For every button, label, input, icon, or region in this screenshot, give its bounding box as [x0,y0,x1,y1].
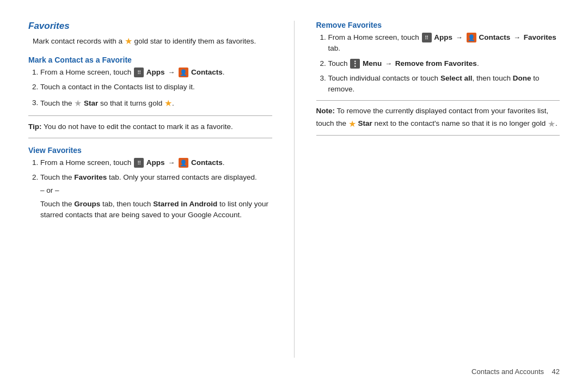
list-item: Touch Menu → Remove from Favorites. [328,58,560,69]
page-number: 42 [552,367,560,376]
apps-label: Apps [146,158,165,167]
or-text: – or – [40,185,272,196]
section2-title: View Favorites [28,146,272,155]
remove-title: Remove Favorites [316,21,560,29]
star-gold-icon: ★ [125,35,132,48]
content-columns: Favorites Mark contact records with a ★ … [28,21,560,358]
list-item: Touch the Favorites tab. Only your starr… [40,172,272,220]
menu-icon [350,59,360,69]
intro-text: Mark contact records with a ★ gold star … [33,35,272,48]
list-item: From a Home screen, touch Apps → Contact… [40,67,272,78]
divider [28,115,272,116]
list-item: Touch individual contacts or touch Selec… [328,73,560,95]
tip-box: Tip: You do not have to edit the contact… [28,121,272,132]
remove-steps: From a Home screen, touch Apps → Contact… [328,32,560,95]
tip-label: Tip: [28,122,42,131]
arrow-icon: → [168,68,175,76]
divider [28,138,272,138]
note-box: Note: To remove the currently displayed … [316,100,560,136]
contacts-icon [179,68,188,77]
list-item: From a Home screen, touch Apps → Contact… [40,157,272,168]
contacts-icon [467,33,476,42]
page: Favorites Mark contact records with a ★ … [0,0,588,392]
star-grey-icon: ★ [548,117,555,131]
apps-label: Apps [434,33,452,41]
apps-label: Apps [146,68,165,76]
list-item: From a Home screen, touch Apps → Contact… [328,32,560,54]
arrow-icon: → [513,33,520,41]
section1-steps: From a Home screen, touch Apps → Contact… [40,67,272,110]
footer: Contacts and Accounts 42 [28,362,560,376]
main-title: Favorites [28,21,272,32]
list-item: Touch the ★ Star so that it turns gold ★… [40,97,272,110]
contacts-label: Contacts [191,68,223,76]
right-column: Remove Favorites From a Home screen, tou… [295,21,560,358]
arrow-icon: → [456,33,463,41]
section1-title: Mark a Contact as a Favorite [28,56,272,64]
apps-icon [422,33,432,42]
section2-steps: From a Home screen, touch Apps → Contact… [40,157,272,220]
star-gold-icon: ★ [348,117,356,131]
arrow-icon: → [168,158,175,167]
star-grey-icon: ★ [74,97,82,110]
apps-icon [134,158,144,168]
list-item: Touch a contact in the Contacts list to … [40,82,272,93]
star-gold-icon: ★ [164,97,172,110]
contacts-label: Contacts [479,33,510,41]
left-column: Favorites Mark contact records with a ★ … [28,21,295,358]
contacts-icon [179,158,188,168]
extra-text: Touch the Groups tab, then touch Starred… [40,199,272,221]
note-label: Note: [316,107,335,115]
apps-icon [134,68,144,77]
footer-text: Contacts and Accounts [471,367,544,376]
contacts-label: Contacts [191,158,223,167]
